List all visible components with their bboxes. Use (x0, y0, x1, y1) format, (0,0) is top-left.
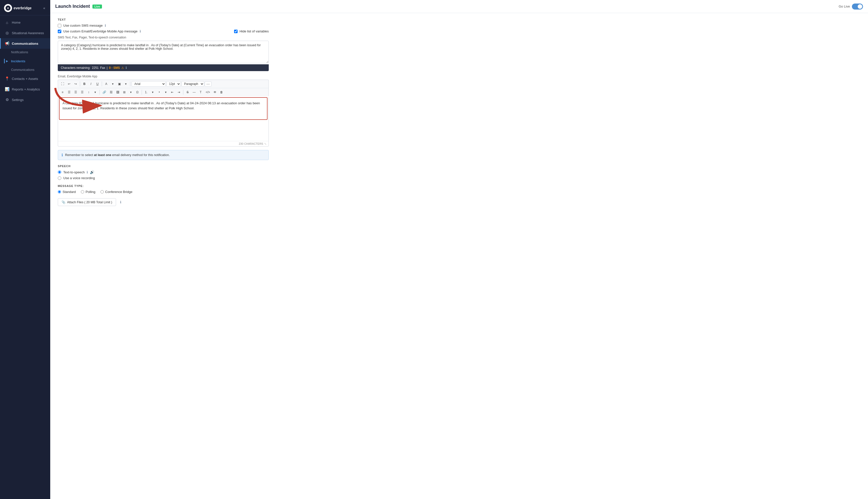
sidebar-item-settings[interactable]: ⚙ Settings (0, 95, 50, 105)
toolbar-ordered-chevron[interactable]: ▾ (150, 89, 156, 95)
sidebar-item-situational-awareness[interactable]: ◎ Situational Awareness (0, 28, 50, 38)
logo: e everbridge (4, 4, 32, 12)
sidebar-item-incidents[interactable]: ▸ Incidents (0, 56, 50, 66)
live-badge: Live (92, 4, 102, 9)
info-icon-sms[interactable]: ℹ (105, 24, 106, 27)
sidebar-item-reports-analytics[interactable]: 📊 Reports + Analytics (0, 84, 50, 95)
toolbar-code[interactable]: </> (204, 89, 211, 95)
toolbar-bold[interactable]: B (82, 81, 87, 87)
toolbar-redo[interactable]: ↪ (73, 81, 78, 87)
toolbar-undo[interactable]: ↩ (66, 81, 72, 87)
radio-conference[interactable] (100, 190, 104, 194)
sidebar-item-home[interactable]: ⌂ Home (0, 17, 50, 28)
attach-section: 📎 Attach Files ( 20 MB Total Limit ) ℹ (58, 198, 269, 206)
toolbar-align-justify[interactable]: ☰ (79, 89, 85, 95)
radio-inline-row: Standard Polling Conference Bridge (58, 190, 269, 194)
toolbar-delete[interactable]: 🗑 (219, 89, 224, 95)
toolbar-highlight[interactable]: ▣ (116, 81, 122, 87)
toolbar-unordered-chevron[interactable]: ▾ (163, 89, 169, 95)
info-icon-email[interactable]: ℹ (140, 29, 141, 33)
radio-tts-row: Text-to-speech ℹ 🔊 (58, 170, 269, 174)
toolbar-image[interactable]: 🖼 (115, 89, 121, 95)
checkbox-hide-vars[interactable] (234, 30, 238, 33)
toolbar-sep-2 (102, 82, 102, 86)
checkbox-email[interactable] (58, 30, 61, 33)
toolbar-font-family[interactable]: Arial Times New Roman Courier New (132, 81, 166, 87)
toolbar-highlight-chevron[interactable]: ▾ (123, 81, 129, 87)
toolbar-unordered-list[interactable]: • (156, 89, 162, 95)
toolbar-unlink[interactable]: ⛓ (108, 89, 114, 95)
toolbar-ordered-list[interactable]: 1. (143, 89, 149, 95)
sms-textarea[interactable]: A category {Catagory} hurricane is predi… (58, 41, 269, 63)
sidebar-item-communications[interactable]: 📢 Communications (0, 38, 50, 49)
toolbar-row-2: ≡ ☰ ☰ ☰ ↕ ▾ 🔗 ⛓ 🖼 ⊞ ▾ Ω 1. ▾ • (58, 88, 269, 96)
sidebar-item-incidents-communications[interactable]: Communications (0, 66, 50, 73)
sidebar-item-notifications[interactable]: Notifications (0, 49, 50, 56)
info-box: ℹ Remember to select at least one email … (58, 150, 269, 160)
toolbar-indent[interactable]: ⇥ (176, 89, 182, 95)
toolbar-font-color-chevron[interactable]: ▾ (110, 81, 116, 87)
radio-polling-label: Polling (86, 190, 96, 194)
toolbar-italic[interactable]: I (88, 81, 94, 87)
info-box-text-main: Remember to select (65, 153, 93, 157)
toolbar-align-right[interactable]: ☰ (73, 89, 78, 95)
sidebar-item-home-label: Home (12, 21, 21, 24)
sidebar-item-contacts-assets[interactable]: 📍 Contacts + Assets (0, 73, 50, 84)
info-box-icon: ℹ (62, 153, 63, 157)
checkbox-email-label: Use custom Email/Everbridge Mobile App m… (63, 29, 138, 33)
toolbar-preview[interactable]: 👁 (212, 89, 218, 95)
speaker-icon: 🔊 (90, 170, 94, 174)
speech-section: SPEECH Text-to-speech ℹ 🔊 Use a voice re… (58, 165, 269, 180)
resize-handle[interactable]: ⤡ (264, 142, 266, 145)
logo-label: everbridge (14, 6, 32, 10)
info-icon-tts[interactable]: ℹ (87, 170, 88, 174)
go-live-toggle[interactable] (852, 3, 863, 10)
toolbar-align-center[interactable]: ☰ (66, 89, 72, 95)
toolbar-strikethrough[interactable]: S (185, 89, 191, 95)
settings-icon: ⚙ (5, 97, 9, 102)
toolbar-underline[interactable]: U (95, 81, 100, 87)
toolbar-link[interactable]: 🔗 (101, 89, 108, 95)
toolbar-horizontal-rule[interactable]: — (191, 89, 197, 95)
toolbar-font-color[interactable]: A (103, 81, 109, 87)
incidents-icon: ▸ (4, 59, 9, 63)
toolbar-paragraph-style[interactable]: Paragraph Heading 1 Heading 2 (181, 81, 204, 87)
content-area: TEXT Use custom SMS message ℹ Use custom… (50, 13, 868, 499)
checkbox-sms-label: Use custom SMS message (63, 24, 103, 27)
chars-remaining-count: 2251 (92, 66, 99, 70)
radio-standard-option: Standard (58, 190, 76, 194)
info-icon-attach[interactable]: ℹ (120, 200, 121, 204)
sidebar-item-reports-analytics-label: Reports + Analytics (12, 87, 40, 91)
sidebar-logo-area: e everbridge « (0, 0, 50, 15)
checkbox-sms[interactable] (58, 24, 61, 27)
rich-editor-highlighted-content[interactable]: A category {Catagory} hurricane is predi… (59, 97, 268, 120)
msg-type-section: MESSAGE TYPE: Standard Polling Conferenc… (58, 184, 269, 194)
toolbar-align-left[interactable]: ≡ (60, 89, 65, 95)
toolbar-special[interactable]: Ω (134, 89, 140, 95)
radio-voice[interactable] (58, 177, 61, 180)
contacts-assets-icon: 📍 (5, 76, 9, 81)
info-icon-sms-count[interactable]: ℹ (126, 66, 127, 70)
toolbar-line-spacing-chevron[interactable]: ▾ (92, 89, 98, 95)
radio-standard[interactable] (58, 190, 61, 194)
toolbar-fullscreen[interactable]: ⛶ (60, 81, 65, 87)
radio-conference-label: Conference Bridge (105, 190, 132, 194)
attach-files-button[interactable]: 📎 Attach Files ( 20 MB Total Limit ) (58, 198, 116, 206)
radio-polling[interactable] (81, 190, 84, 194)
msg-type-label: MESSAGE TYPE: (58, 184, 269, 187)
rich-editor-extra-area[interactable] (58, 121, 269, 141)
sidebar: e everbridge « ⌂ Home ◎ Situational Awar… (0, 0, 50, 499)
toolbar-table-chevron[interactable]: ▾ (128, 89, 134, 95)
toolbar-line-spacing[interactable]: ↕ (86, 89, 92, 95)
sidebar-collapse-button[interactable]: « (42, 5, 46, 11)
toolbar-font-size[interactable]: 12pt 10pt 14pt 18pt (166, 81, 181, 87)
radio-tts[interactable] (58, 170, 61, 174)
toolbar-more[interactable]: ⋯ (205, 82, 211, 87)
home-icon: ⌂ (5, 20, 9, 25)
sidebar-nav: ⌂ Home ◎ Situational Awareness 📢 Communi… (0, 15, 50, 499)
toolbar-table[interactable]: ⊞ (121, 89, 127, 95)
toolbar-superscript[interactable]: T (198, 89, 204, 95)
toolbar-outdent[interactable]: ⇤ (169, 89, 175, 95)
sidebar-item-contacts-assets-label: Contacts + Assets (12, 77, 38, 81)
radio-standard-label: Standard (63, 190, 76, 194)
